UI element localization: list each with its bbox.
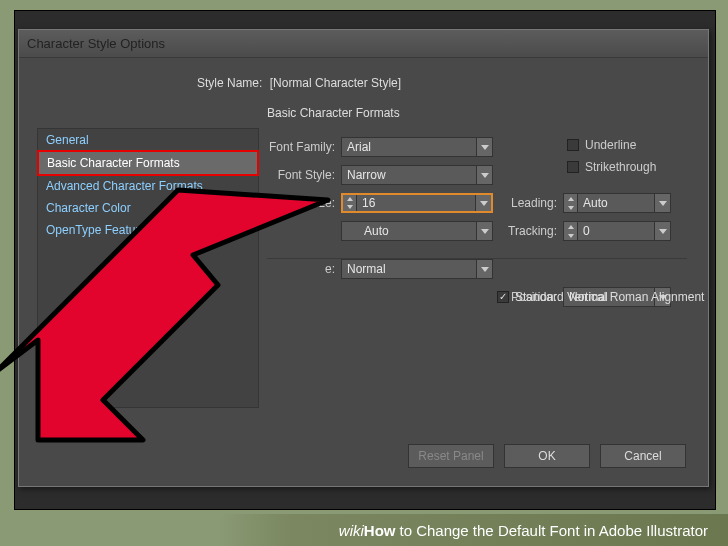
caption-how: How (364, 522, 396, 539)
font-style-value: Narrow (342, 168, 476, 182)
underline-checkbox[interactable] (567, 139, 579, 151)
size-combo[interactable]: 16 (341, 193, 493, 213)
leading-value: Auto (578, 196, 654, 210)
caption-wiki: wiki (339, 522, 364, 539)
font-family-combo[interactable]: Arial (341, 137, 493, 157)
case-label-partial: e: (267, 262, 341, 276)
size-value: 16 (357, 196, 475, 210)
tracking-stepper[interactable] (564, 222, 578, 240)
chevron-down-icon (654, 194, 670, 212)
standard-vertical-alignment-checkbox[interactable] (497, 291, 509, 303)
sidebar-item-advanced-character-formats[interactable]: Advanced Character Formats (38, 175, 258, 197)
font-style-combo[interactable]: Narrow (341, 165, 493, 185)
kerning-combo[interactable]: Auto (341, 221, 493, 241)
tracking-value: 0 (578, 224, 654, 238)
kerning-value: Auto (342, 224, 476, 238)
chevron-down-icon (654, 222, 670, 240)
section-title: Basic Character Formats (267, 106, 400, 120)
font-style-label: Font Style: (267, 168, 341, 182)
underline-label: Underline (585, 138, 636, 152)
chevron-down-icon (476, 260, 492, 278)
font-family-label: Font Family: (267, 140, 341, 154)
chevron-down-icon (476, 166, 492, 184)
case-value: Normal (342, 262, 476, 276)
style-name-value: [Normal Character Style] (270, 76, 401, 90)
tracking-combo[interactable]: 0 (563, 221, 671, 241)
sidebar-item-character-color[interactable]: Character Color (38, 197, 258, 219)
tracking-label: Tracking: (507, 224, 563, 238)
strikethrough-label: Strikethrough (585, 160, 656, 174)
style-name-row: Style Name: [Normal Character Style] (197, 76, 401, 90)
dialog-titlebar[interactable]: Character Style Options (19, 30, 708, 58)
size-stepper[interactable] (343, 195, 357, 211)
chevron-down-icon (476, 222, 492, 240)
character-style-options-dialog: Character Style Options Style Name: [Nor… (18, 29, 709, 487)
standard-vertical-alignment-label: Standard Vertical Roman Alignment (515, 290, 704, 304)
leading-combo[interactable]: Auto (563, 193, 671, 213)
font-family-value: Arial (342, 140, 476, 154)
form-area: Font Family: Arial Font Style: Narrow Si… (267, 136, 688, 286)
caption-text: to Change the Default Font in Adobe Illu… (399, 522, 708, 539)
cancel-button[interactable]: Cancel (600, 444, 686, 468)
reset-panel-button[interactable]: Reset Panel (408, 444, 494, 468)
leading-label: Leading: (507, 196, 563, 210)
chevron-down-icon (475, 195, 491, 211)
style-name-label: Style Name: (197, 76, 262, 90)
sidebar-item-basic-character-formats[interactable]: Basic Character Formats (37, 150, 259, 176)
dialog-title: Character Style Options (27, 36, 165, 51)
standard-vertical-alignment-row[interactable]: Standard Vertical Roman Alignment (497, 290, 704, 304)
underline-checkbox-row[interactable]: Underline (567, 138, 717, 152)
sidebar: General Basic Character Formats Advanced… (37, 128, 259, 408)
strikethrough-checkbox[interactable] (567, 161, 579, 173)
leading-stepper[interactable] (564, 194, 578, 212)
strikethrough-checkbox-row[interactable]: Strikethrough (567, 160, 717, 174)
button-row: Reset Panel OK Cancel (408, 444, 686, 468)
chevron-down-icon (476, 138, 492, 156)
caption-bar: wikiHow to Change the Default Font in Ad… (0, 514, 728, 546)
size-label: Size: (267, 196, 341, 210)
sidebar-item-general[interactable]: General (38, 129, 258, 151)
case-combo[interactable]: Normal (341, 259, 493, 279)
sidebar-item-opentype-features[interactable]: OpenType Features (38, 219, 258, 241)
ok-button[interactable]: OK (504, 444, 590, 468)
